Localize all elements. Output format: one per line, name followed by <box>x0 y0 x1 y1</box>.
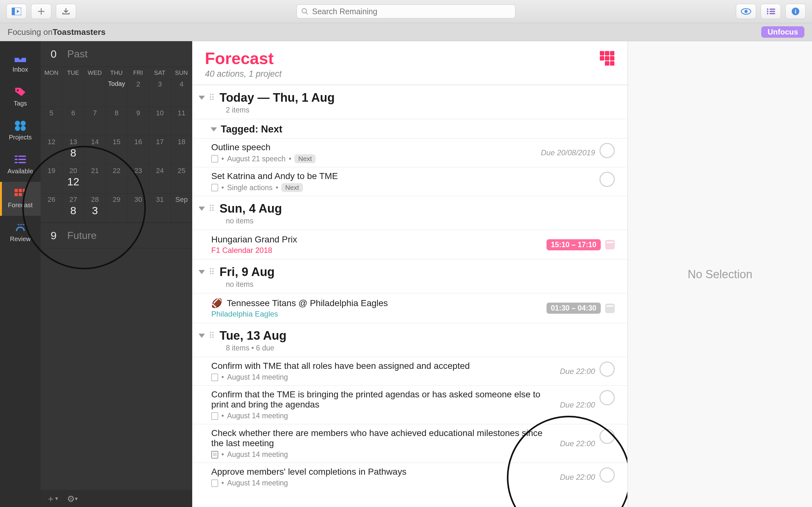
view-button[interactable] <box>736 4 756 19</box>
unfocus-button[interactable]: Unfocus <box>761 26 804 38</box>
cal-day[interactable]: 7 <box>84 107 106 135</box>
cal-day[interactable]: 22 <box>106 165 127 193</box>
cal-day[interactable]: 16 <box>127 136 149 164</box>
cal-past-label: Past <box>67 48 88 60</box>
cal-day[interactable]: 8 <box>106 107 127 135</box>
nav-review[interactable]: Review <box>0 216 41 250</box>
calendar-sidebar: 0 Past MON TUE WED THU FRI SAT SUN Today… <box>41 41 192 507</box>
nav-tags[interactable]: Tags <box>0 80 41 114</box>
section-meta: 8 items • 6 due <box>192 344 627 357</box>
section-header[interactable]: ⠿Fri, 9 Aug <box>192 259 627 280</box>
cal-day[interactable]: 17 <box>149 136 170 164</box>
cal-day[interactable]: 18 <box>171 136 192 164</box>
cal-day[interactable]: 2012 <box>62 165 84 193</box>
calendar-event[interactable]: Hungarian Grand PrixF1 Calendar 201815:1… <box>192 230 627 259</box>
note-icon <box>211 155 218 163</box>
task-project: August 14 meeting <box>227 373 288 382</box>
cal-day[interactable]: 4 <box>171 78 192 107</box>
complete-checkbox[interactable] <box>600 143 615 158</box>
cal-day[interactable]: 11 <box>171 107 192 135</box>
calendar-icon <box>605 240 615 249</box>
cal-day[interactable]: 31 <box>149 193 170 222</box>
section-header[interactable]: ⠿Today — Thu, 1 Aug <box>192 85 627 106</box>
info-button[interactable]: i <box>785 4 806 19</box>
section-header[interactable]: ⠿Tue, 13 Aug <box>192 323 627 344</box>
cal-day[interactable]: 14 <box>84 136 106 164</box>
add-button[interactable] <box>31 4 51 19</box>
cal-day[interactable]: 3 <box>149 78 170 107</box>
subsection-header[interactable]: Tagged: Next <box>192 119 627 138</box>
nav-available[interactable]: Available <box>0 148 41 182</box>
task-title: Confirm that the TME is bringing the pri… <box>211 389 554 410</box>
complete-checkbox[interactable] <box>600 467 615 483</box>
cal-day[interactable]: 25 <box>171 165 192 193</box>
cal-day[interactable]: 26 <box>41 193 62 222</box>
task-row[interactable]: Check whether there are members who have… <box>192 424 627 463</box>
task-tag[interactable]: Next <box>281 183 303 192</box>
task-row[interactable]: Confirm that the TME is bringing the pri… <box>192 385 627 424</box>
calendar-icon <box>605 303 615 313</box>
cal-day[interactable]: 29 <box>106 193 127 222</box>
task-row[interactable]: Outline speech • August 21 speech • Next… <box>192 138 627 167</box>
complete-checkbox[interactable] <box>600 172 615 187</box>
task-row[interactable]: Set Katrina and Andy to be TME • Single … <box>192 167 627 196</box>
cal-future-row[interactable]: 9 Future <box>41 222 192 248</box>
list-button[interactable] <box>761 4 781 19</box>
nav-inbox[interactable]: Inbox <box>0 46 41 80</box>
svg-point-15 <box>17 89 19 91</box>
task-row[interactable]: Confirm with TME that all roles have bee… <box>192 357 627 385</box>
cal-day[interactable]: 24 <box>149 165 170 193</box>
download-button[interactable] <box>56 4 76 19</box>
forecast-view-icon[interactable] <box>600 51 615 66</box>
cal-day[interactable]: 23 <box>127 165 149 193</box>
cal-day[interactable]: 12 <box>41 136 62 164</box>
svg-rect-10 <box>769 11 775 12</box>
cal-day[interactable]: 138 <box>62 136 84 164</box>
page-title: Forecast <box>205 49 282 68</box>
event-title: Tennessee Titans @ Philadelphia Eagles <box>227 298 388 308</box>
cal-day[interactable]: 5 <box>41 107 62 135</box>
cal-day[interactable]: 15 <box>106 136 127 164</box>
cal-day[interactable]: Sep <box>171 193 192 222</box>
task-tag[interactable]: Next <box>294 154 316 163</box>
task-project: August 21 speech <box>227 155 286 163</box>
cal-day[interactable]: 19 <box>41 165 62 193</box>
section-header[interactable]: ⠿Sun, 4 Aug <box>192 196 627 217</box>
task-title: Approve members' level completions in Pa… <box>211 467 554 477</box>
task-title: Confirm with TME that all roles have bee… <box>211 361 554 371</box>
svg-rect-22 <box>23 189 26 192</box>
cal-day[interactable]: 278 <box>62 193 84 222</box>
cal-past-row[interactable]: 0 Past <box>41 41 192 67</box>
nav-forecast[interactable]: Forecast <box>0 182 41 216</box>
add-menu-button[interactable]: ＋▾ <box>46 493 58 505</box>
focus-bar: Focusing on Toastmasters Unfocus <box>0 23 812 41</box>
gear-menu-button[interactable]: ⚙▾ <box>67 494 78 504</box>
toggle-sidebar-button[interactable] <box>6 4 27 19</box>
calendar-event[interactable]: 🏈Tennessee Titans @ Philadelphia EaglesP… <box>192 293 627 323</box>
complete-checkbox[interactable] <box>600 429 615 444</box>
cal-day[interactable]: 2 <box>127 78 149 107</box>
cal-day[interactable]: Today <box>106 78 127 107</box>
task-row[interactable]: Approve members' level completions in Pa… <box>192 463 627 491</box>
cal-day[interactable]: 6 <box>62 107 84 135</box>
search-input[interactable] <box>311 7 511 16</box>
svg-text:i: i <box>795 8 796 14</box>
nav-projects[interactable]: Projects <box>0 114 41 148</box>
task-due: Due 22:00 <box>560 367 595 376</box>
task-project: August 14 meeting <box>227 479 288 487</box>
task-due: Due 22:00 <box>560 439 595 448</box>
cal-day[interactable]: 21 <box>84 165 106 193</box>
event-time: 15:10 – 17:10 <box>547 239 601 250</box>
cal-day[interactable]: 30 <box>127 193 149 222</box>
section-title: Sun, 4 Aug <box>219 202 282 216</box>
focus-prefix: Focusing on <box>8 27 53 37</box>
cal-day[interactable]: 10 <box>149 107 170 135</box>
note-icon <box>211 184 218 191</box>
cal-day[interactable]: 9 <box>127 107 149 135</box>
complete-checkbox[interactable] <box>600 361 615 377</box>
cal-day[interactable]: 283 <box>84 193 106 222</box>
search-field[interactable] <box>297 4 515 18</box>
svg-rect-21 <box>19 189 22 192</box>
forecast-icon <box>13 187 27 199</box>
complete-checkbox[interactable] <box>600 390 615 405</box>
